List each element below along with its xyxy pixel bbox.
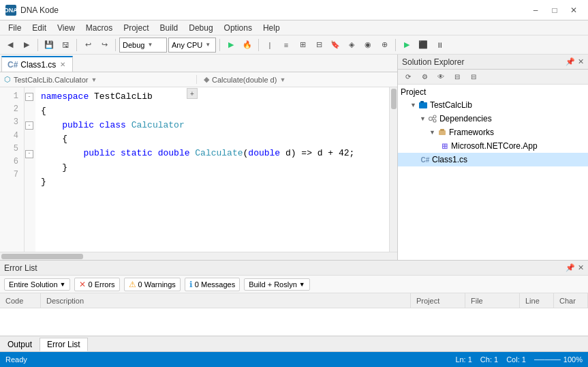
se-close-button[interactable]: ✕ [578, 57, 584, 66]
se-header: Solution Explorer 📌 ✕ [398, 55, 588, 70]
el-pin-button[interactable]: 📌 [566, 263, 575, 272]
status-zoom: 100% [563, 355, 583, 364]
se-item-testcallib[interactable]: ▼ TestCalcLib [398, 98, 588, 112]
breadcrumb-method-expand[interactable]: ▼ [279, 76, 285, 83]
toolbar-btn-1[interactable]: | [262, 38, 277, 53]
col-description[interactable]: Description [41, 293, 411, 308]
se-sync-button[interactable]: ⟳ [401, 70, 416, 85]
se-item-dependencies[interactable]: ▼ Dependencies [398, 112, 588, 126]
toolbar-btn-7[interactable]: ⊕ [377, 38, 392, 53]
scrollbar-thumb-v[interactable] [391, 89, 397, 109]
back-button[interactable]: ◀ [3, 38, 18, 53]
run-button[interactable]: ▶ [223, 38, 238, 53]
toolbar-btn-2[interactable]: ≡ [279, 38, 294, 53]
el-close-button[interactable]: ✕ [578, 263, 584, 272]
code-line-6: } [41, 161, 384, 175]
se-controls: 📌 ✕ [566, 57, 584, 66]
col-char[interactable]: Char [554, 293, 588, 308]
code-scrollbar-horizontal[interactable] [0, 252, 397, 260]
platform-arrow: ▼ [205, 42, 211, 48]
toolbar-btn-8[interactable]: ⬛ [416, 38, 431, 53]
menu-view[interactable]: View [52, 20, 80, 35]
toolbar-sep-2 [76, 39, 77, 51]
maximize-button[interactable]: □ [546, 3, 563, 17]
tab-close-button[interactable]: ✕ [59, 60, 67, 69]
se-filter-button[interactable]: ⊟ [450, 70, 465, 85]
se-collapse-all-button[interactable]: ⊟ [466, 70, 481, 85]
menu-file[interactable]: File [3, 20, 27, 35]
platform-dropdown[interactable]: Any CPU ▼ [168, 38, 216, 53]
class1cs-icon: C# [420, 154, 431, 165]
code-collapse-margin: - - - [25, 87, 35, 252]
se-item-frameworks[interactable]: ▼ Frameworks [398, 126, 588, 139]
status-bar: Ready Ln: 1 Ch: 1 Col: 1 ───── 100% [0, 352, 588, 367]
el-solution-filter[interactable]: Entire Solution ▼ [4, 278, 70, 291]
se-show-all-button[interactable]: 👁 [433, 70, 448, 85]
menu-edit[interactable]: Edit [27, 20, 52, 35]
tab-class1cs[interactable]: C# Class1.cs ✕ [1, 56, 73, 72]
expand-code-button[interactable]: + [187, 88, 198, 99]
class1cs-label: Class1.cs [432, 155, 467, 164]
svg-rect-1 [420, 101, 424, 103]
minimize-button[interactable]: – [527, 3, 544, 17]
bookmark-button[interactable]: 🔖 [328, 38, 343, 53]
window-controls: – □ ✕ [527, 3, 583, 17]
class-icon: ⬡ [4, 75, 11, 84]
el-messages-filter[interactable]: ℹ 0 Messages [185, 278, 240, 291]
toolbar-btn-4[interactable]: ⊟ [311, 38, 326, 53]
toolbar-btn-9[interactable]: ⏸ [432, 38, 447, 53]
col-project[interactable]: Project [411, 293, 465, 308]
undo-button[interactable]: ↩ [80, 38, 95, 53]
debug-config-dropdown[interactable]: Debug ▼ [119, 38, 167, 53]
breadcrumb-expand[interactable]: ▼ [91, 76, 97, 83]
toolbar-btn-6[interactable]: ◉ [360, 38, 375, 53]
el-header-controls: 📌 ✕ [566, 263, 584, 272]
start-debug-button[interactable]: ▶ [399, 38, 414, 53]
menu-help[interactable]: Help [258, 20, 285, 35]
method-icon: ◆ [204, 75, 209, 84]
app-logo: DNA [5, 5, 16, 16]
el-build-filter[interactable]: Build + Roslyn ▼ [244, 278, 310, 291]
code-lines[interactable]: namespace TestCalcLib { public class Cal… [35, 87, 389, 252]
col-line[interactable]: Line [520, 293, 554, 308]
zoom-slider[interactable]: ───── 100% [534, 355, 583, 364]
debug-config-arrow: ▼ [147, 42, 153, 48]
save-all-button[interactable]: 🖫 [58, 38, 73, 53]
se-props-button[interactable]: ⚙ [417, 70, 432, 85]
code-content[interactable]: 1 2 3 4 5 6 7 - - - [0, 87, 397, 252]
status-ch: Ch: 1 [480, 355, 498, 364]
menu-macros[interactable]: Macros [80, 20, 118, 35]
collapse-5[interactable]: - [25, 150, 33, 158]
toolbar-btn-3[interactable]: ⊞ [295, 38, 310, 53]
col-file[interactable]: File [465, 293, 520, 308]
attach-button[interactable]: 🔥 [240, 38, 255, 53]
se-item-class1cs[interactable]: C# Class1.cs [398, 153, 588, 166]
toolbar-btn-5[interactable]: ◈ [344, 38, 359, 53]
breadcrumb-method[interactable]: Calculate(double d) [212, 76, 277, 84]
collapse-1[interactable]: - [25, 93, 33, 101]
breadcrumb-class[interactable]: TestCalcLib.Calculator [14, 76, 88, 84]
save-button[interactable]: 💾 [42, 38, 57, 53]
el-errors-filter[interactable]: ✕ 0 Errors [74, 278, 119, 291]
btab-output[interactable]: Output [0, 338, 40, 351]
status-col: Col: 1 [506, 355, 526, 364]
se-item-netcore[interactable]: ⊞ Microsoft.NETCore.App [398, 139, 588, 153]
se-pin-button[interactable]: 📌 [566, 57, 575, 66]
menu-options[interactable]: Options [219, 20, 258, 35]
redo-button[interactable]: ↪ [97, 38, 112, 53]
menu-project[interactable]: Project [118, 20, 154, 35]
solution-explorer: Solution Explorer 📌 ✕ ⟳ ⚙ 👁 ⊟ ⊟ Project … [397, 55, 588, 260]
app-title: DNA Kode [20, 5, 59, 15]
el-warnings-filter[interactable]: ⚠ 0 Warnings [124, 278, 181, 291]
code-scrollbar-vertical[interactable] [389, 87, 397, 252]
collapse-3[interactable]: - [25, 121, 33, 130]
close-button[interactable]: ✕ [565, 3, 583, 17]
menu-build[interactable]: Build [155, 20, 184, 35]
btab-errorlist[interactable]: Error List [40, 338, 88, 351]
code-line-2: { [41, 104, 384, 119]
col-code[interactable]: Code [0, 293, 41, 308]
menu-debug[interactable]: Debug [183, 20, 218, 35]
se-title: Solution Explorer [402, 57, 464, 67]
scrollbar-thumb-h[interactable] [1, 254, 83, 259]
forward-button[interactable]: ▶ [19, 38, 34, 53]
